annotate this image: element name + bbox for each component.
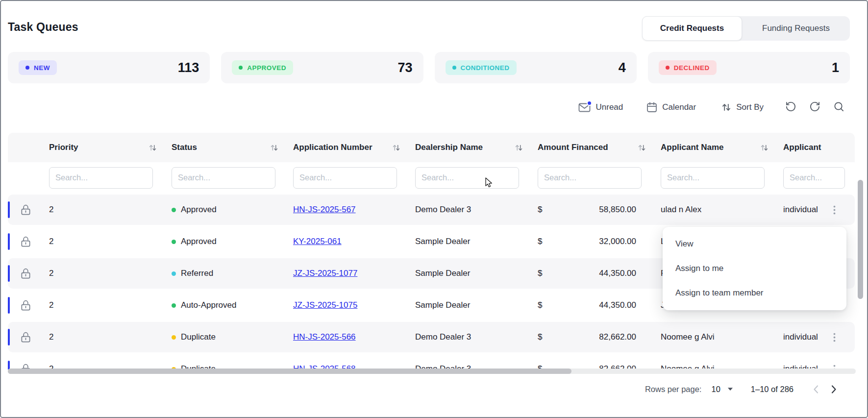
column-header-status[interactable]: Status bbox=[172, 143, 293, 152]
cell-status: Approved bbox=[172, 205, 293, 215]
cell-application-number: HN-JS-2025-567 bbox=[293, 205, 415, 215]
currency-symbol: $ bbox=[538, 332, 542, 342]
horizontal-scrollbar-thumb[interactable] bbox=[8, 369, 571, 374]
amount-value: 32,000.00 bbox=[599, 237, 636, 246]
amount-value: 58,850.00 bbox=[599, 205, 636, 215]
cell-status: Approved bbox=[172, 237, 293, 246]
reset-button[interactable] bbox=[785, 101, 796, 114]
sort-icon[interactable] bbox=[392, 144, 400, 152]
unread-filter-button[interactable]: Unread bbox=[578, 102, 623, 113]
cell-dealership-name: Demo Dealer 3 bbox=[415, 205, 538, 215]
sort-by-calendar-label: Calendar bbox=[662, 102, 696, 112]
tab-credit-requests[interactable]: Credit Requests bbox=[642, 16, 742, 41]
rotate-ccw-icon bbox=[785, 101, 796, 114]
sort-icon[interactable] bbox=[515, 144, 523, 152]
column-label: Applicant Name bbox=[661, 143, 723, 152]
horizontal-scrollbar[interactable] bbox=[8, 369, 856, 374]
column-header-priority[interactable]: Priority bbox=[49, 143, 172, 152]
calendar-button[interactable]: Calendar bbox=[646, 102, 696, 113]
column-label: Applicant bbox=[783, 143, 821, 152]
status-dot-icon bbox=[172, 303, 176, 308]
vertical-scrollbar-thumb[interactable] bbox=[858, 180, 863, 299]
kebab-menu-icon[interactable] bbox=[833, 333, 836, 342]
filter-cell bbox=[293, 167, 415, 189]
column-header-application-number[interactable]: Application Number bbox=[293, 143, 415, 152]
cell-status: Duplicate bbox=[172, 332, 293, 342]
sort-by-button[interactable]: Sort By bbox=[721, 102, 764, 112]
rows-per-page-dropdown[interactable] bbox=[727, 387, 733, 391]
summary-card-conditioned[interactable]: CONDITIONED 4 bbox=[435, 52, 637, 83]
amount-value: 44,350.00 bbox=[599, 269, 636, 278]
menu-item-assign-to-me[interactable]: Assign to me bbox=[663, 256, 846, 281]
chevron-right-icon bbox=[831, 385, 837, 394]
calendar-icon bbox=[646, 102, 657, 113]
column-search-input[interactable] bbox=[415, 167, 519, 189]
kebab-menu-icon[interactable] bbox=[833, 205, 836, 215]
next-page-button[interactable] bbox=[831, 385, 837, 394]
summary-card-declined[interactable]: DECLINED 1 bbox=[648, 52, 850, 83]
cell-application-number: HN-JS-2025-566 bbox=[293, 332, 415, 342]
unread-dot-icon bbox=[587, 100, 592, 106]
summary-cards: NEW 113 APPROVED 73 CONDITIONED 4 DECLIN… bbox=[8, 52, 850, 83]
application-number-link[interactable]: HN-JS-2025-567 bbox=[293, 205, 356, 214]
table-row[interactable]: 2 Duplicate HN-JS-2025-568 Demo Dealer 3… bbox=[8, 354, 855, 369]
column-search-input[interactable] bbox=[293, 167, 397, 189]
column-label: Amount Financed bbox=[538, 143, 608, 152]
table-filter-row bbox=[8, 162, 855, 193]
amount-value: 82,662.00 bbox=[599, 332, 636, 342]
tab-funding-requests[interactable]: Funding Requests bbox=[742, 16, 850, 41]
column-search-input[interactable] bbox=[49, 167, 153, 189]
refresh-button[interactable] bbox=[809, 101, 820, 114]
search-button[interactable] bbox=[833, 101, 844, 114]
applicant-type-label: individual bbox=[783, 205, 823, 215]
column-label: Dealership Name bbox=[415, 143, 483, 152]
application-number-link[interactable]: HN-JS-2025-566 bbox=[293, 332, 356, 342]
column-search-input[interactable] bbox=[538, 167, 642, 189]
column-header-dealership-name[interactable]: Dealership Name bbox=[415, 143, 538, 152]
row-gutter bbox=[8, 195, 49, 225]
unlock-icon bbox=[20, 204, 31, 216]
sort-icon[interactable] bbox=[270, 144, 278, 152]
status-badge: NEW bbox=[19, 60, 57, 75]
menu-item-assign-to-team-member[interactable]: Assign to team member bbox=[663, 281, 846, 305]
search-icon bbox=[833, 101, 844, 114]
cell-status: Auto-Approved bbox=[172, 300, 293, 310]
application-number-link[interactable]: JZ-JS-2025-1075 bbox=[293, 300, 357, 310]
status-dot-icon bbox=[452, 66, 456, 70]
column-search-input[interactable] bbox=[661, 167, 765, 189]
cell-applicant-name: Noomee g Alvi bbox=[661, 332, 783, 342]
currency-symbol: $ bbox=[538, 237, 542, 246]
filter-cell bbox=[783, 167, 855, 189]
sort-icon[interactable] bbox=[638, 144, 646, 152]
column-header-amount-financed[interactable]: Amount Financed bbox=[538, 143, 661, 152]
status-badge: APPROVED bbox=[232, 60, 293, 75]
rows-per-page-value[interactable]: 10 bbox=[711, 385, 720, 394]
pagination-range: 1–10 of 286 bbox=[751, 385, 794, 394]
column-search-input[interactable] bbox=[172, 167, 275, 189]
cell-applicant-type: individual bbox=[783, 205, 855, 215]
cell-amount-financed: $ 44,350.00 bbox=[538, 300, 661, 310]
application-number-link[interactable]: KY-2025-061 bbox=[293, 237, 342, 246]
status-dot-icon bbox=[239, 66, 243, 70]
previous-page-button[interactable] bbox=[813, 385, 819, 394]
applicant-type-label: individual bbox=[783, 332, 823, 342]
column-search-input[interactable] bbox=[783, 167, 845, 189]
column-header-applicant-name[interactable]: Applicant Name bbox=[661, 143, 783, 152]
column-header-applicant[interactable]: Applicant bbox=[783, 143, 855, 152]
application-number-link[interactable]: JZ-JS-2025-1077 bbox=[293, 269, 357, 278]
unlock-icon bbox=[20, 331, 31, 344]
sort-icon[interactable] bbox=[149, 144, 157, 152]
summary-card-new[interactable]: NEW 113 bbox=[8, 52, 210, 83]
summary-card-approved[interactable]: APPROVED 73 bbox=[221, 52, 423, 83]
menu-item-view[interactable]: View bbox=[663, 232, 846, 256]
cell-application-number: JZ-JS-2025-1075 bbox=[293, 300, 415, 310]
refresh-icon bbox=[809, 101, 820, 114]
table-row[interactable]: 2 Duplicate HN-JS-2025-566 Demo Dealer 3… bbox=[8, 322, 855, 352]
cell-status: Referred bbox=[172, 269, 293, 278]
table-row[interactable]: 2 Approved HN-JS-2025-567 Demo Dealer 3 … bbox=[8, 195, 855, 225]
sort-icon[interactable] bbox=[760, 144, 769, 152]
cell-amount-financed: $ 32,000.00 bbox=[538, 237, 661, 246]
status-badge: DECLINED bbox=[659, 60, 717, 75]
unread-label: Unread bbox=[595, 102, 623, 112]
row-gutter bbox=[8, 322, 49, 352]
